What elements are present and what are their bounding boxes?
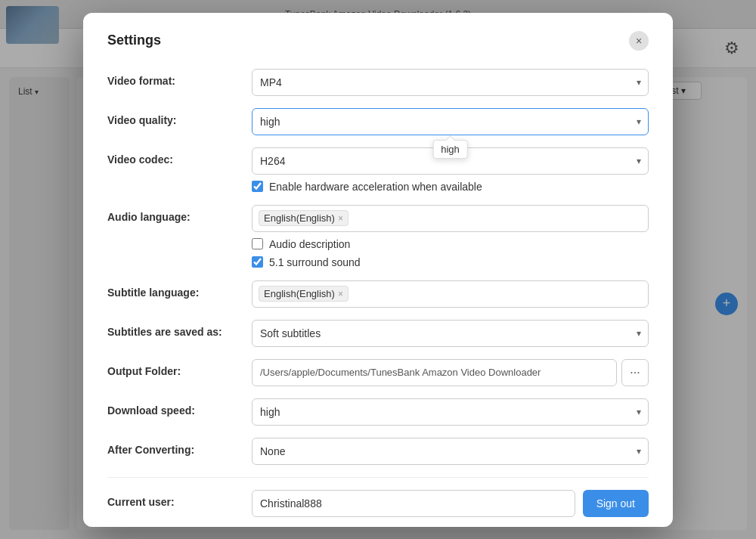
- subtitle-language-control: English(English) ×: [252, 280, 649, 308]
- video-format-control: MP4 MKV ▾: [252, 69, 649, 96]
- output-folder-label: Output Folder:: [107, 359, 240, 377]
- dialog-header: Settings ×: [107, 31, 649, 51]
- download-speed-select[interactable]: high medium low: [252, 398, 649, 426]
- hw-accel-label[interactable]: Enable hardware acceleration when availa…: [269, 181, 482, 193]
- settings-dialog: Settings × Video format: MP4 MKV ▾ Video…: [83, 13, 673, 527]
- video-format-select-wrapper: MP4 MKV ▾: [252, 69, 649, 96]
- audio-language-label: Audio language:: [107, 205, 240, 223]
- subtitle-language-row: Subtitle language: English(English) ×: [107, 280, 649, 308]
- modal-overlay: Settings × Video format: MP4 MKV ▾ Video…: [0, 0, 756, 539]
- surround-checkbox[interactable]: [252, 256, 263, 268]
- surround-row: 5.1 surround sound: [252, 256, 649, 268]
- hw-accel-checkbox[interactable]: [252, 181, 263, 192]
- current-user-control: Sign out: [252, 490, 649, 517]
- audio-desc-checkbox[interactable]: [252, 238, 263, 249]
- video-quality-select-wrapper: high medium low ▾: [252, 108, 649, 135]
- after-converting-row: After Converting: None Open folder Shutd…: [107, 438, 649, 465]
- current-user-row: Current user: Sign out: [107, 490, 649, 517]
- video-codec-row: Video codec: H264 H265 ▾ Enable hardware…: [107, 147, 649, 193]
- subtitles-saved-as-select[interactable]: Soft subtitles Hard subtitles: [252, 320, 649, 347]
- audio-language-tag-input[interactable]: English(English) ×: [252, 205, 649, 232]
- user-input-row: Sign out: [252, 490, 649, 517]
- download-speed-select-wrapper: high medium low ▾: [252, 398, 649, 426]
- output-folder-input[interactable]: [252, 359, 617, 386]
- dialog-title: Settings: [107, 33, 161, 48]
- subtitles-saved-as-select-wrapper: Soft subtitles Hard subtitles ▾: [252, 320, 649, 347]
- current-user-label: Current user:: [107, 490, 240, 508]
- video-codec-label: Video codec:: [107, 147, 240, 166]
- sign-out-button[interactable]: Sign out: [583, 490, 649, 517]
- video-quality-tooltip-container: high medium low ▾ high: [252, 108, 649, 135]
- output-folder-control: ···: [252, 359, 649, 386]
- subtitle-language-tag-remove[interactable]: ×: [338, 289, 343, 299]
- subtitle-language-tag: English(English) ×: [259, 286, 349, 302]
- surround-label[interactable]: 5.1 surround sound: [269, 256, 361, 268]
- download-speed-row: Download speed: high medium low ▾: [107, 398, 649, 426]
- dialog-close-button[interactable]: ×: [629, 31, 649, 51]
- audio-language-tag: English(English) ×: [259, 210, 349, 226]
- video-format-label: Video format:: [107, 69, 240, 87]
- output-folder-input-row: ···: [252, 359, 649, 386]
- subtitles-saved-as-label: Subtitles are saved as:: [107, 320, 240, 338]
- video-quality-label: Video quality:: [107, 108, 240, 126]
- after-converting-select-wrapper: None Open folder Shutdown ▾: [252, 438, 649, 465]
- video-quality-row: Video quality: high medium low ▾ high: [107, 108, 649, 135]
- video-format-row: Video format: MP4 MKV ▾: [107, 69, 649, 96]
- after-converting-select[interactable]: None Open folder Shutdown: [252, 438, 649, 465]
- settings-divider: [107, 477, 649, 478]
- audio-desc-label[interactable]: Audio description: [269, 238, 350, 250]
- after-converting-label: After Converting:: [107, 438, 240, 456]
- video-format-select[interactable]: MP4 MKV: [252, 69, 649, 96]
- output-folder-browse-button[interactable]: ···: [621, 359, 649, 386]
- audio-language-row: Audio language: English(English) × Audio…: [107, 205, 649, 268]
- subtitles-saved-as-row: Subtitles are saved as: Soft subtitles H…: [107, 320, 649, 347]
- download-speed-control: high medium low ▾: [252, 398, 649, 426]
- audio-language-tag-remove[interactable]: ×: [338, 213, 343, 224]
- after-converting-control: None Open folder Shutdown ▾: [252, 438, 649, 465]
- subtitle-language-label: Subtitle language:: [107, 280, 240, 299]
- hw-accel-row: Enable hardware acceleration when availa…: [252, 181, 649, 193]
- current-user-input[interactable]: [252, 490, 575, 517]
- audio-language-control: English(English) × Audio description 5.1…: [252, 205, 649, 268]
- audio-desc-row: Audio description: [252, 238, 649, 250]
- subtitles-saved-as-control: Soft subtitles Hard subtitles ▾: [252, 320, 649, 347]
- download-speed-label: Download speed:: [107, 398, 240, 417]
- subtitle-language-tag-input[interactable]: English(English) ×: [252, 280, 649, 308]
- video-quality-control: high medium low ▾ high: [252, 108, 649, 135]
- video-quality-select[interactable]: high medium low: [252, 108, 649, 135]
- video-quality-tooltip: high: [432, 140, 468, 159]
- output-folder-row: Output Folder: ···: [107, 359, 649, 386]
